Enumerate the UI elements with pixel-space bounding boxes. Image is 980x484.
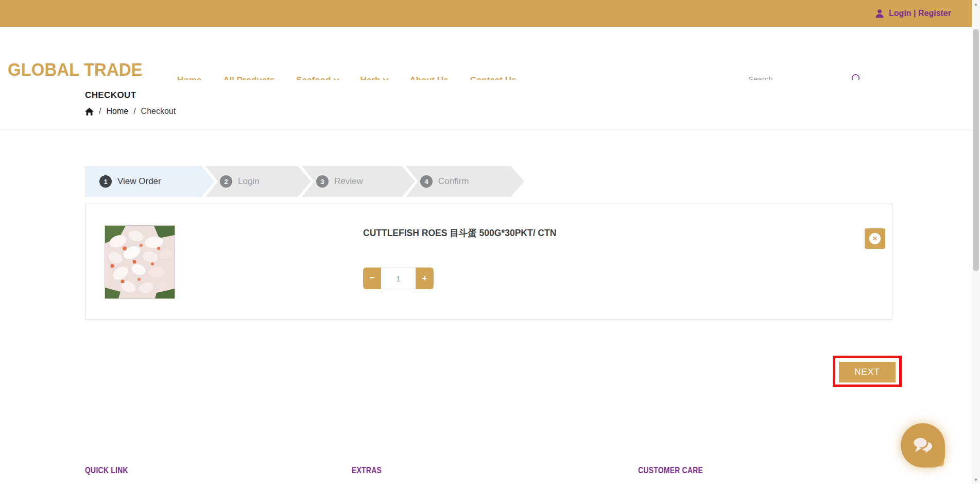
step-number-badge: 4 [420, 175, 433, 188]
breadcrumb-current: Checkout [141, 107, 176, 116]
footer-heading-extras: EXTRAS [352, 465, 382, 476]
breadcrumb-separator: / [133, 107, 135, 116]
user-icon [875, 9, 884, 18]
scrollbar-down-arrow[interactable]: ▼ [972, 476, 980, 484]
footer-heading-customer-care: CUSTOMER CARE [638, 465, 703, 476]
step-number-badge: 1 [99, 175, 112, 188]
remove-item-button[interactable]: ✕ [865, 228, 885, 249]
footer-heading-quick-link: QUICK LINK [85, 465, 128, 476]
close-icon: ✕ [869, 233, 881, 244]
site-header: GLOBAL TRADE IMPORT & EXPORT PTE. LTD. H… [0, 27, 972, 80]
step-view-order[interactable]: 1 View Order [85, 166, 215, 197]
breadcrumb: / Home / Checkout [85, 107, 176, 116]
next-button[interactable]: NEXT [839, 362, 896, 382]
step-login[interactable]: 2 Login [205, 166, 311, 197]
step-confirm[interactable]: 4 Confirm [406, 166, 524, 197]
quantity-input[interactable] [381, 268, 416, 289]
checkout-steps: 1 View Order 2 Login 3 Review 4 Confirm [85, 166, 515, 197]
step-number-badge: 3 [316, 175, 329, 188]
scrollbar-thumb[interactable] [973, 29, 979, 271]
quantity-decrease-button[interactable]: − [363, 268, 381, 289]
step-number-badge: 2 [220, 175, 232, 188]
breadcrumb-home[interactable]: Home [106, 107, 128, 116]
logo-title: GLOBAL TRADE [8, 61, 149, 79]
quantity-increase-button[interactable]: + [416, 268, 434, 289]
quantity-stepper: − + [363, 268, 434, 289]
chat-widget-button[interactable] [901, 423, 945, 468]
home-icon[interactable] [85, 108, 94, 115]
scrollbar-up-arrow[interactable]: ▲ [972, 0, 980, 8]
breadcrumb-separator: / [99, 107, 101, 116]
cart-item-card: CUTTLEFISH ROES 目斗蛋 500G*30PKT/ CTN − + … [85, 204, 892, 320]
product-image [105, 225, 175, 299]
chat-icon [901, 423, 945, 468]
page-title: CHECKOUT [85, 90, 136, 101]
breadcrumb-band: CHECKOUT / Home / Checkout [0, 80, 972, 129]
top-bar: Login | Register [0, 0, 972, 27]
product-title: CUTTLEFISH ROES 目斗蛋 500G*30PKT/ CTN [363, 227, 556, 239]
page-scrollbar[interactable]: ▲ ▼ [972, 0, 980, 484]
login-register-link[interactable]: Login | Register [889, 9, 951, 18]
step-review[interactable]: 3 Review [302, 166, 415, 197]
